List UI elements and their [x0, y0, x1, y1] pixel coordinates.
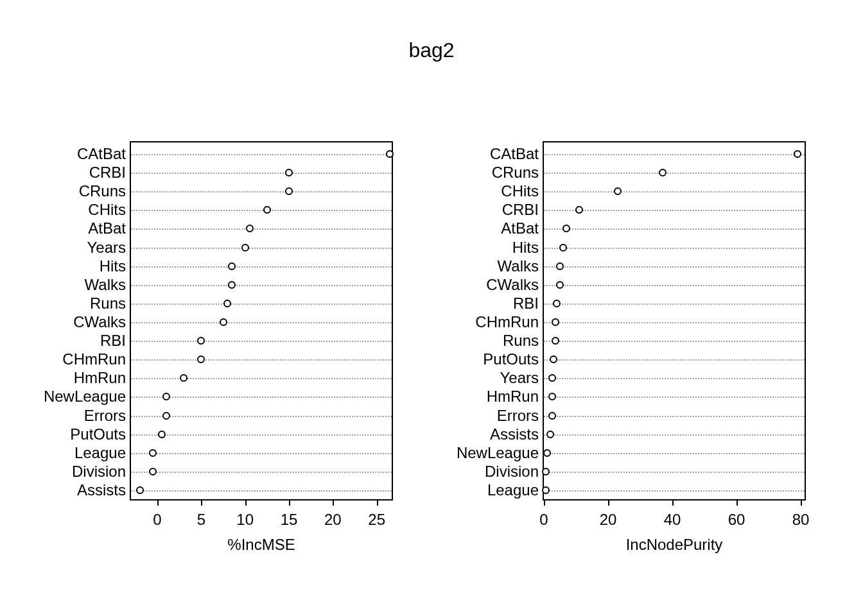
- row-label: NewLeague: [44, 388, 126, 406]
- data-point: [542, 468, 550, 475]
- row-guideline: [131, 434, 392, 436]
- data-point: [158, 431, 166, 438]
- row-guideline: [544, 191, 805, 193]
- row-guideline: [131, 378, 392, 379]
- row-label: Errors: [497, 407, 539, 425]
- data-point: [246, 225, 254, 232]
- x-tick-label: 20: [600, 511, 617, 529]
- row-guideline: [544, 416, 805, 417]
- x-tick: [245, 499, 247, 506]
- data-point: [223, 300, 231, 307]
- chart-title: bag2: [0, 38, 863, 62]
- row-label: HmRun: [487, 388, 539, 406]
- row-guideline: [544, 490, 805, 492]
- row-guideline: [131, 228, 392, 230]
- x-tick-label: 5: [197, 511, 205, 529]
- x-tick: [333, 499, 334, 506]
- x-axis-label: %IncMSE: [130, 536, 393, 554]
- row-guideline: [131, 154, 392, 155]
- data-point: [180, 374, 187, 382]
- data-point: [552, 318, 559, 326]
- data-point: [543, 449, 551, 457]
- x-tick: [377, 499, 378, 506]
- x-tick: [672, 499, 674, 506]
- row-label: Assists: [77, 481, 126, 499]
- row-guideline: [544, 285, 805, 286]
- row-guideline: [131, 472, 392, 473]
- row-guideline: [131, 210, 392, 211]
- row-label: Years: [87, 239, 126, 257]
- row-label: PutOuts: [483, 350, 539, 368]
- row-label: CWalks: [486, 276, 539, 294]
- row-label: Walks: [85, 276, 126, 294]
- row-label: CRBI: [502, 201, 539, 219]
- row-guideline: [544, 322, 805, 323]
- data-point: [659, 169, 667, 176]
- row-guideline: [544, 304, 805, 305]
- data-point: [542, 486, 550, 494]
- row-guideline: [131, 266, 392, 268]
- row-label: Hits: [512, 239, 539, 257]
- x-tick-label: 0: [153, 511, 161, 529]
- row-label: CRuns: [79, 182, 126, 200]
- x-tick-label: 10: [236, 511, 254, 529]
- x-tick: [201, 499, 202, 506]
- row-label: AtBat: [88, 219, 126, 237]
- x-tick-label: 15: [281, 511, 298, 529]
- data-point: [162, 412, 170, 420]
- row-guideline: [544, 453, 805, 454]
- row-guideline: [544, 266, 805, 268]
- row-guideline: [131, 359, 392, 361]
- data-point: [149, 449, 157, 457]
- row-label: Assists: [490, 425, 539, 443]
- data-point: [556, 262, 564, 270]
- data-point: [552, 337, 559, 345]
- row-label: CAtBat: [77, 145, 126, 163]
- x-tick: [608, 499, 609, 506]
- data-point: [162, 393, 170, 400]
- row-label: Division: [72, 463, 126, 481]
- x-tick: [801, 499, 802, 506]
- row-label: CHits: [88, 201, 126, 219]
- row-guideline: [544, 359, 805, 361]
- row-label: League: [74, 444, 126, 462]
- x-tick: [289, 499, 290, 506]
- data-point: [575, 206, 583, 214]
- data-point: [546, 431, 554, 438]
- left-plot-area: CAtBatCRBICRunsCHitsAtBatYearsHitsWalksR…: [130, 141, 393, 501]
- x-tick: [544, 499, 545, 506]
- row-label: CWalks: [73, 313, 126, 331]
- row-guideline: [131, 416, 392, 417]
- data-point: [285, 169, 293, 176]
- row-guideline: [544, 154, 805, 155]
- row-guideline: [131, 341, 392, 342]
- row-label: Runs: [90, 295, 126, 312]
- data-point: [149, 468, 157, 475]
- x-tick-label: 20: [324, 511, 342, 529]
- row-guideline: [131, 285, 392, 286]
- data-point: [228, 281, 236, 289]
- row-guideline: [544, 472, 805, 473]
- data-point: [197, 355, 205, 363]
- data-point: [228, 262, 236, 270]
- row-label: CHmRun: [62, 350, 126, 368]
- row-label: Division: [485, 463, 539, 481]
- x-tick-label: 40: [664, 511, 681, 529]
- row-label: CHits: [501, 182, 539, 200]
- row-label: Walks: [498, 257, 539, 275]
- row-guideline: [544, 397, 805, 398]
- data-point: [559, 244, 567, 252]
- right-plot-area: CAtBatCRunsCHitsCRBIAtBatHitsWalksCWalks…: [543, 141, 806, 501]
- row-label: Hits: [100, 257, 126, 275]
- data-point: [553, 300, 561, 307]
- x-tick: [737, 499, 738, 506]
- data-point: [550, 355, 557, 363]
- data-point: [197, 337, 205, 345]
- row-guideline: [131, 322, 392, 323]
- x-tick-label: 0: [539, 511, 548, 529]
- data-point: [263, 206, 271, 214]
- x-tick-label: 25: [368, 511, 385, 529]
- row-guideline: [544, 378, 805, 379]
- row-guideline: [544, 228, 805, 230]
- row-label: CRuns: [492, 164, 539, 182]
